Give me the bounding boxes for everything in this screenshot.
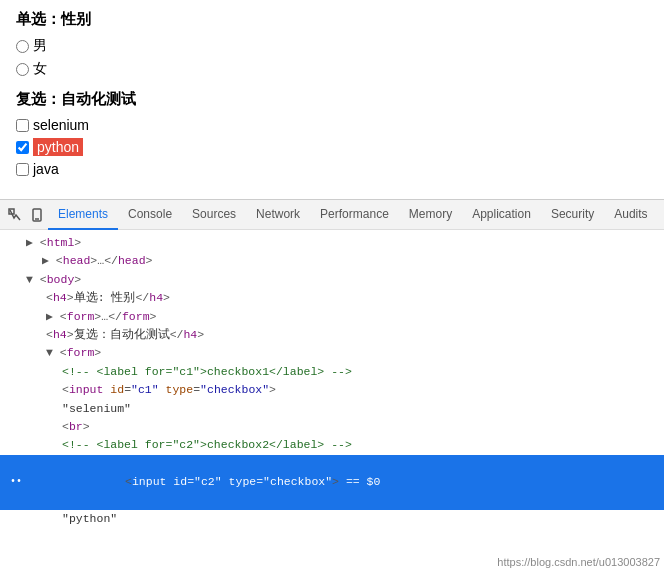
code-line-python: "python" xyxy=(0,510,664,528)
tab-elements[interactable]: Elements xyxy=(48,200,118,230)
code-line-comment-c2: <!-- <label for="c2">checkbox2</label> -… xyxy=(0,436,664,454)
radio-male-label: 男 xyxy=(33,37,47,55)
checkbox-python-input[interactable] xyxy=(16,141,29,154)
tab-performance[interactable]: Performance xyxy=(310,200,399,230)
checkbox-java-label: java xyxy=(33,161,59,177)
code-line-selenium: "selenium" xyxy=(0,400,664,418)
code-line-html: ▶ <html> xyxy=(0,234,664,252)
radio-title: 单选：性别 xyxy=(16,10,648,29)
checkbox-java-input[interactable] xyxy=(16,163,29,176)
checkbox-selenium-label: selenium xyxy=(33,117,89,133)
devtools-panel: Elements Console Sources Network Perform… xyxy=(0,199,664,529)
checkbox-title: 复选：自动化测试 xyxy=(16,90,648,109)
watermark: https://blog.csdn.net/u013003827 xyxy=(497,556,660,568)
code-line-input-c1: <input id="c1" type="checkbox"> xyxy=(0,381,664,399)
code-line-h4-1: <h4>单选: 性别</h4> xyxy=(0,289,664,307)
tab-console[interactable]: Console xyxy=(118,200,182,230)
devtools-code-panel[interactable]: ▶ <html> ▶ <head>…</head> ▼ <body> <h4>单… xyxy=(0,230,664,529)
devtools-toolbar: Elements Console Sources Network Perform… xyxy=(0,200,664,230)
gutter-active: •• xyxy=(8,474,22,490)
mobile-icon[interactable] xyxy=(26,204,48,226)
tab-security[interactable]: Security xyxy=(541,200,604,230)
code-line-form1: ▶ <form>…</form> xyxy=(0,308,664,326)
code-line-head: ▶ <head>…</head> xyxy=(0,252,664,270)
radio-female-label: 女 xyxy=(33,60,47,78)
code-line-br-1: <br> xyxy=(0,418,664,436)
radio-group: 男 女 xyxy=(16,37,648,78)
checkbox-java: java xyxy=(16,161,648,177)
devtools-tabs: Elements Console Sources Network Perform… xyxy=(48,200,660,230)
tab-application[interactable]: Application xyxy=(462,200,541,230)
checkbox-python: python xyxy=(16,138,648,156)
code-line-input-c2[interactable]: •• <input id="c2" type="checkbox"> == $0 xyxy=(0,455,664,510)
code-line-comment-c1: <!-- <label for="c1">checkbox1</label> -… xyxy=(0,363,664,381)
radio-female: 女 xyxy=(16,60,648,78)
checkbox-python-label: python xyxy=(33,138,83,156)
checkbox-selenium-input[interactable] xyxy=(16,119,29,132)
page-content: 单选：性别 男 女 复选：自动化测试 selenium python java xyxy=(0,0,664,199)
radio-female-input[interactable] xyxy=(16,63,29,76)
checkbox-group: selenium python java xyxy=(16,117,648,177)
devtools-content: ▶ <html> ▶ <head>…</head> ▼ <body> <h4>单… xyxy=(0,230,664,529)
code-line-br-2: <br> xyxy=(0,528,664,529)
radio-male-input[interactable] xyxy=(16,40,29,53)
tab-audits[interactable]: Audits xyxy=(604,200,657,230)
code-line-h4-2: <h4>复选：自动化测试</h4> xyxy=(0,326,664,344)
inspect-icon[interactable] xyxy=(4,204,26,226)
radio-male: 男 xyxy=(16,37,648,55)
checkbox-selenium: selenium xyxy=(16,117,648,133)
code-line-form2: ▼ <form> xyxy=(0,344,664,362)
tab-sources[interactable]: Sources xyxy=(182,200,246,230)
tab-memory[interactable]: Memory xyxy=(399,200,462,230)
code-line-body: ▼ <body> xyxy=(0,271,664,289)
tab-network[interactable]: Network xyxy=(246,200,310,230)
